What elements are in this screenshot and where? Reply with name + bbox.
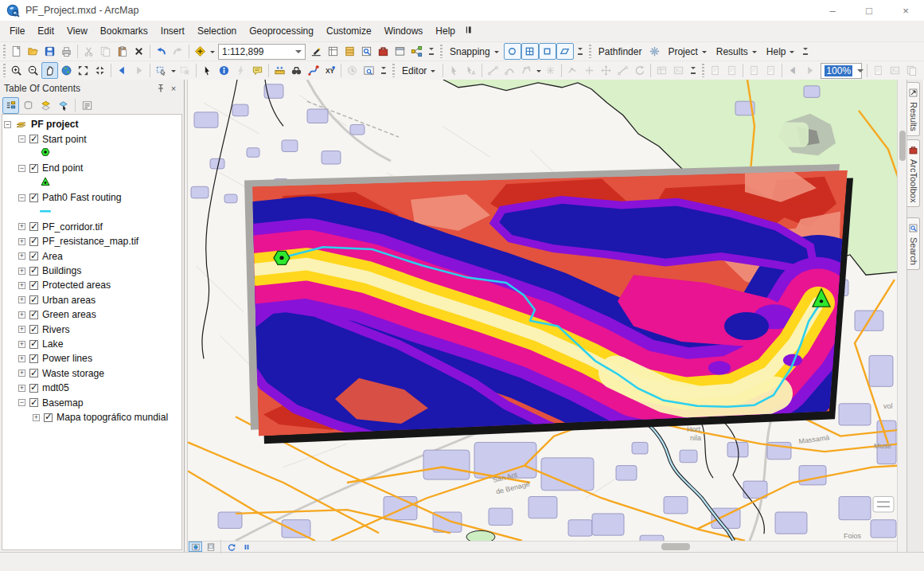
layer-visibility-checkbox[interactable] xyxy=(29,281,38,290)
editor-toolbar-toggle[interactable] xyxy=(308,43,325,60)
clear-selection-button[interactable] xyxy=(177,62,193,79)
toolbar-grip[interactable] xyxy=(440,45,443,58)
menu-help[interactable]: Help xyxy=(429,22,462,40)
data-view-button[interactable] xyxy=(189,542,202,552)
expand-box[interactable]: + xyxy=(18,311,25,319)
print-button[interactable] xyxy=(58,43,75,60)
layer-start-point[interactable]: −Start point xyxy=(2,131,181,146)
trace-tool[interactable] xyxy=(542,62,559,79)
zoom-100-button[interactable] xyxy=(723,62,740,79)
toc-options[interactable] xyxy=(79,97,96,114)
layer-label[interactable]: End point xyxy=(42,162,84,174)
layer-label[interactable]: PF_corridor.tif xyxy=(42,221,103,233)
layer-visibility-checkbox[interactable] xyxy=(29,237,38,246)
edge-snapping-toggle[interactable] xyxy=(556,43,574,60)
menu-selection[interactable]: Selection xyxy=(191,22,243,40)
tab-search[interactable]: Search xyxy=(907,217,920,270)
data-driven-pages-button[interactable] xyxy=(903,62,920,79)
zoom-in-tool[interactable] xyxy=(8,62,25,79)
toolbar-grip[interactable] xyxy=(589,45,591,58)
pathfinder-toolbar-label[interactable]: Pathfinder xyxy=(594,45,647,59)
list-by-source[interactable] xyxy=(20,97,37,114)
menu-edit[interactable]: Edit xyxy=(31,22,60,40)
toc-window-toggle[interactable] xyxy=(325,43,341,60)
paste-button[interactable] xyxy=(114,43,131,60)
full-extent-button[interactable] xyxy=(58,62,75,79)
layer-visibility-checkbox[interactable] xyxy=(29,384,38,393)
construction-tools[interactable] xyxy=(518,62,535,79)
previous-layout-extent-button[interactable] xyxy=(785,62,801,79)
delete-button[interactable] xyxy=(131,43,147,60)
layer-protected-areas[interactable]: +Protected areas xyxy=(2,278,181,292)
pathfinder-project-menu[interactable]: Project xyxy=(663,45,711,59)
toolbar-overflow[interactable] xyxy=(379,62,388,79)
go-back-extent-button[interactable] xyxy=(114,62,131,79)
layer-urban-areas[interactable]: +Urban areas xyxy=(2,293,181,307)
layer-power-lines[interactable]: +Power lines xyxy=(2,351,181,366)
layer-visibility-checkbox[interactable] xyxy=(29,369,38,377)
edit-annotation-tool[interactable]: A xyxy=(462,62,479,79)
focus-data-frame-button[interactable] xyxy=(870,62,887,79)
python-window-button[interactable] xyxy=(392,43,408,60)
open-map-button[interactable] xyxy=(25,43,41,60)
toolbar-grip[interactable] xyxy=(3,64,6,77)
sketch-properties-button[interactable] xyxy=(670,62,687,79)
menu-geoprocessing[interactable]: Geoprocessing xyxy=(243,22,320,40)
move-tool[interactable] xyxy=(598,62,614,79)
editor-menu[interactable]: Editor xyxy=(397,64,440,78)
menu-file[interactable]: File xyxy=(3,22,31,40)
fixed-zoom-in-button[interactable] xyxy=(75,62,92,79)
layout-view-button[interactable] xyxy=(204,542,217,552)
modelbuilder-button[interactable] xyxy=(408,43,425,60)
layer-label[interactable]: Area xyxy=(42,251,63,262)
zoom-page-width-button[interactable] xyxy=(746,62,762,79)
floating-toolbar-handle[interactable] xyxy=(463,25,476,37)
identify-tool[interactable] xyxy=(216,62,232,79)
tab-results[interactable]: Results xyxy=(907,82,920,136)
go-forward-extent-button[interactable] xyxy=(131,62,147,79)
minimize-button[interactable]: – xyxy=(814,0,851,21)
list-by-drawing-order[interactable] xyxy=(2,97,19,114)
edit-tool[interactable] xyxy=(446,62,462,79)
menu-customize[interactable]: Customize xyxy=(320,22,378,40)
layer-visibility-checkbox[interactable] xyxy=(29,267,38,276)
measure-tool[interactable] xyxy=(271,62,288,79)
map-canvas[interactable]: MassamáMuseSan Antde BenagéHortnilavolFo… xyxy=(188,80,897,541)
toc-close-icon[interactable]: × xyxy=(167,82,180,95)
expand-box[interactable]: + xyxy=(18,268,25,275)
layer-visibility-checkbox[interactable] xyxy=(29,325,38,334)
point-snapping-toggle[interactable] xyxy=(504,43,521,60)
collapse-box[interactable]: − xyxy=(18,194,25,201)
map-vertical-scrollbar[interactable] xyxy=(897,80,906,552)
layer-label[interactable]: PF_resistance_map.tif xyxy=(42,236,138,247)
redo-button[interactable] xyxy=(170,43,186,60)
close-button[interactable]: × xyxy=(887,0,924,21)
layer-label[interactable]: Path0 Fast routing xyxy=(42,192,122,203)
layer-visibility-checkbox[interactable] xyxy=(29,340,38,349)
layer-waste-storage[interactable]: +Waste storage xyxy=(2,366,181,381)
cut-polygons-tool[interactable] xyxy=(614,62,631,79)
pathfinder-results-menu[interactable]: Results xyxy=(712,45,762,59)
expand-box[interactable]: + xyxy=(18,238,25,245)
rotate-tool[interactable] xyxy=(631,62,648,79)
print-preview-button[interactable] xyxy=(920,62,924,79)
layer-label[interactable]: Rivers xyxy=(42,324,70,335)
refresh-view-button[interactable] xyxy=(224,542,238,552)
next-layout-extent-button[interactable] xyxy=(801,62,818,79)
expand-box[interactable]: + xyxy=(33,414,40,421)
toolbar-grip[interactable] xyxy=(3,45,6,58)
layer-visibility-checkbox[interactable] xyxy=(29,194,38,202)
collapse-box[interactable]: − xyxy=(18,135,25,143)
layer-visibility-checkbox[interactable] xyxy=(29,311,38,319)
horizontal-scroll-thumb[interactable] xyxy=(661,543,690,550)
layer-buildings[interactable]: +Buildings xyxy=(2,264,181,278)
list-by-visibility[interactable] xyxy=(37,97,54,114)
expand-box[interactable]: + xyxy=(18,370,25,377)
fixed-zoom-out-button[interactable] xyxy=(92,62,108,79)
expand-box[interactable]: + xyxy=(18,341,25,348)
expand-box[interactable]: + xyxy=(18,355,25,362)
construction-tools-dropdown[interactable] xyxy=(535,62,542,79)
pathfinder-icon[interactable] xyxy=(646,43,663,60)
layer-label[interactable]: mdt05 xyxy=(42,382,69,393)
layer-visibility-checkbox[interactable] xyxy=(44,413,53,422)
